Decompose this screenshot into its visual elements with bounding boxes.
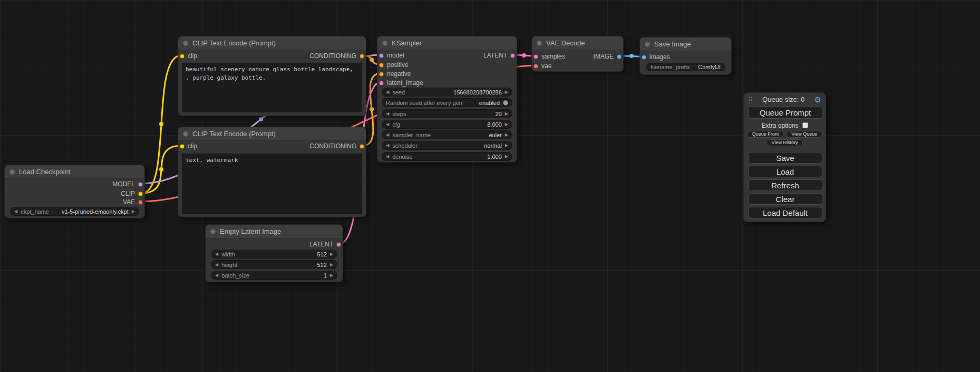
- input-slot-clip[interactable]: clip: [180, 52, 197, 60]
- output-slot-conditioning[interactable]: CONDITIONING: [309, 142, 364, 150]
- increment-arrow-icon[interactable]: ▶: [505, 122, 508, 127]
- increment-arrow-icon[interactable]: ▶: [505, 155, 508, 159]
- widget-width[interactable]: ◀ width 512 ▶: [211, 250, 337, 259]
- view-history-button[interactable]: View History: [766, 139, 803, 146]
- widget-height[interactable]: ◀ height 512 ▶: [211, 260, 337, 269]
- node-collapse-dot[interactable]: [183, 41, 188, 46]
- node-vae-decode[interactable]: VAE Decode samples vae IMAGE: [531, 36, 624, 72]
- node-titlebar[interactable]: KSampler: [377, 36, 517, 50]
- node-clip-text-encode-negative[interactable]: CLIP Text Encode (Prompt) clip CONDITION…: [178, 127, 366, 217]
- slot-dot-latent[interactable]: [336, 242, 341, 247]
- settings-gear-icon[interactable]: ⚙: [814, 96, 821, 103]
- slot-dot-conditioning[interactable]: [379, 63, 384, 68]
- node-titlebar[interactable]: CLIP Text Encode (Prompt): [178, 36, 366, 50]
- decrement-arrow-icon[interactable]: ◀: [386, 144, 389, 148]
- node-titlebar[interactable]: VAE Decode: [532, 36, 623, 50]
- node-save-image[interactable]: Save Image images filename_prefix ComfyU…: [639, 37, 732, 75]
- node-titlebar[interactable]: Save Image: [640, 37, 731, 51]
- slot-dot-conditioning[interactable]: [360, 54, 364, 59]
- slot-dot-model[interactable]: [138, 182, 143, 187]
- input-slot-samples[interactable]: samples: [533, 53, 565, 60]
- decrement-arrow-icon[interactable]: ◀: [386, 112, 389, 116]
- node-empty-latent-image[interactable]: Empty Latent Image LATENT ◀ width 512 ▶ …: [205, 224, 343, 282]
- decrement-arrow-icon[interactable]: ◀: [14, 209, 17, 214]
- prompt-textarea[interactable]: text, watermark: [182, 154, 362, 214]
- widget-random-seed-toggle[interactable]: Random seed after every gen enabled: [382, 98, 512, 107]
- increment-arrow-icon[interactable]: ▶: [330, 273, 333, 278]
- slot-dot-vae[interactable]: [138, 200, 143, 205]
- widget-ckpt-name[interactable]: ◀ ckpt_name v1-5-pruned-emaonly.ckpt ▶: [10, 207, 139, 216]
- node-graph-canvas[interactable]: Load Checkpoint MODEL CLIP VAE ◀ ckpt_na…: [0, 0, 980, 372]
- input-slot-model[interactable]: model: [379, 52, 404, 59]
- widget-steps[interactable]: ◀ steps 20 ▶: [382, 109, 512, 118]
- decrement-arrow-icon[interactable]: ◀: [215, 252, 218, 256]
- input-slot-negative[interactable]: negative: [379, 70, 411, 78]
- decrement-arrow-icon[interactable]: ◀: [215, 263, 218, 267]
- refresh-button[interactable]: Refresh: [748, 179, 822, 191]
- save-button[interactable]: Save: [748, 152, 822, 164]
- increment-arrow-icon[interactable]: ▶: [505, 144, 508, 148]
- load-button[interactable]: Load: [748, 166, 822, 177]
- node-titlebar[interactable]: Load Checkpoint: [5, 165, 144, 179]
- decrement-arrow-icon[interactable]: ◀: [215, 273, 218, 278]
- queue-front-button[interactable]: Queue Front: [747, 131, 784, 138]
- decrement-arrow-icon[interactable]: ◀: [386, 122, 389, 127]
- widget-sampler-name[interactable]: ◀ sampler_name euler ▶: [382, 130, 512, 139]
- input-slot-positive[interactable]: positive: [379, 61, 409, 69]
- toggle-dot-icon[interactable]: [503, 100, 508, 106]
- node-titlebar[interactable]: CLIP Text Encode (Prompt): [178, 127, 366, 141]
- extra-options-checkbox[interactable]: [802, 122, 808, 128]
- node-collapse-dot[interactable]: [210, 229, 216, 234]
- widget-filename-prefix[interactable]: filename_prefix ComfyUI: [646, 63, 725, 71]
- input-slot-vae[interactable]: vae: [533, 62, 551, 70]
- decrement-arrow-icon[interactable]: ◀: [386, 90, 389, 94]
- node-ksampler[interactable]: KSampler model positive negative latent_…: [377, 36, 517, 163]
- increment-arrow-icon[interactable]: ▶: [330, 252, 333, 256]
- output-slot-image[interactable]: IMAGE: [593, 53, 622, 60]
- widget-denoise[interactable]: ◀ denoise 1.000 ▶: [382, 152, 512, 161]
- output-slot-latent[interactable]: LATENT: [309, 241, 341, 248]
- slot-dot-model[interactable]: [379, 53, 384, 58]
- slot-dot-clip[interactable]: [138, 192, 143, 196]
- increment-arrow-icon[interactable]: ▶: [505, 133, 508, 137]
- node-collapse-dot[interactable]: [9, 169, 15, 175]
- input-slot-latent-image[interactable]: latent_image: [379, 79, 423, 87]
- slot-dot-latent[interactable]: [533, 54, 538, 59]
- decrement-arrow-icon[interactable]: ◀: [386, 133, 389, 137]
- view-queue-button[interactable]: View Queue: [786, 131, 822, 138]
- drag-handle-icon[interactable]: ⠿: [748, 97, 753, 103]
- prompt-textarea[interactable]: beautiful scenery nature glass bottle la…: [182, 63, 362, 112]
- output-slot-model[interactable]: MODEL: [112, 180, 143, 188]
- output-slot-latent[interactable]: LATENT: [483, 52, 515, 59]
- slot-dot-latent[interactable]: [510, 53, 515, 58]
- widget-cfg[interactable]: ◀ cfg 8.000 ▶: [382, 120, 512, 129]
- widget-batch-size[interactable]: ◀ batch_size 1 ▶: [211, 271, 337, 280]
- slot-dot-image[interactable]: [642, 55, 646, 60]
- slot-dot-conditioning[interactable]: [379, 72, 384, 77]
- node-collapse-dot[interactable]: [537, 41, 542, 46]
- increment-arrow-icon[interactable]: ▶: [505, 112, 508, 116]
- increment-arrow-icon[interactable]: ▶: [132, 209, 135, 214]
- widget-scheduler[interactable]: ◀ scheduler normal ▶: [382, 141, 512, 150]
- slot-dot-vae[interactable]: [533, 64, 538, 69]
- output-slot-vae[interactable]: VAE: [123, 198, 143, 206]
- node-titlebar[interactable]: Empty Latent Image: [206, 225, 343, 239]
- input-slot-clip[interactable]: clip: [180, 142, 197, 150]
- slot-dot-clip[interactable]: [180, 144, 185, 149]
- slot-dot-conditioning[interactable]: [360, 144, 364, 149]
- slot-dot-clip[interactable]: [180, 54, 185, 59]
- output-slot-clip[interactable]: CLIP: [121, 190, 143, 197]
- increment-arrow-icon[interactable]: ▶: [505, 90, 508, 94]
- comfy-menu-panel[interactable]: ⠿ Queue size: 0 ⚙ Queue Prompt Extra opt…: [743, 92, 826, 222]
- decrement-arrow-icon[interactable]: ◀: [386, 155, 389, 159]
- slot-dot-latent[interactable]: [379, 81, 384, 85]
- load-default-button[interactable]: Load Default: [748, 207, 822, 218]
- input-slot-images[interactable]: images: [642, 53, 670, 61]
- queue-prompt-button[interactable]: Queue Prompt: [748, 106, 822, 119]
- increment-arrow-icon[interactable]: ▶: [330, 263, 333, 267]
- output-slot-conditioning[interactable]: CONDITIONING: [309, 52, 364, 60]
- node-load-checkpoint[interactable]: Load Checkpoint MODEL CLIP VAE ◀ ckpt_na…: [4, 165, 145, 218]
- slot-dot-image[interactable]: [617, 54, 622, 59]
- node-collapse-dot[interactable]: [183, 131, 188, 137]
- widget-seed[interactable]: ◀ seed 156680208700286 ▶: [382, 88, 512, 97]
